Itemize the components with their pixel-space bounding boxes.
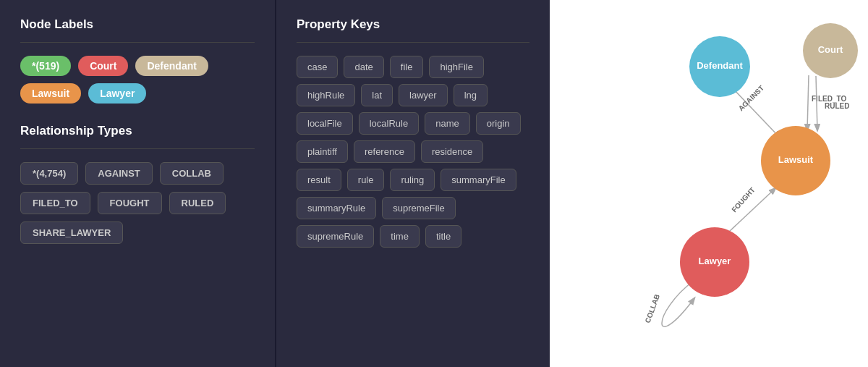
prop-key-supremeRule[interactable]: supremeRule <box>297 225 374 248</box>
relationship-types-section: Relationship Types *(4,754) AGAINST COLL… <box>20 124 255 244</box>
rel-badge-star[interactable]: *(4,754) <box>20 162 78 185</box>
rel-badges-row2: FILED_TO FOUGHT RULED <box>20 192 255 214</box>
node-labels-row2: Lawsuit Lawyer <box>20 83 255 104</box>
prop-key-reference[interactable]: reference <box>354 140 415 163</box>
node-labels-row: *(519) Court Defendant <box>20 56 255 76</box>
node-labels-title: Node Labels <box>20 17 255 32</box>
rel-badge-share-lawyer[interactable]: SHARE_LAWYER <box>20 222 123 244</box>
prop-key-time[interactable]: time <box>380 225 420 248</box>
rel-badge-collab[interactable]: COLLAB <box>160 162 224 185</box>
relationship-types-title: Relationship Types <box>20 124 255 138</box>
prop-key-file[interactable]: file <box>390 56 424 78</box>
badge-star[interactable]: *(519) <box>20 56 71 76</box>
badge-lawsuit[interactable]: Lawsuit <box>20 83 81 104</box>
prop-key-name[interactable]: name <box>425 112 470 135</box>
node-defendant[interactable] <box>689 36 750 97</box>
middle-panel: Property Keys casedatefilehighFilehighRu… <box>275 0 550 367</box>
rel-badge-ruled[interactable]: RULED <box>169 192 226 214</box>
node-labels-section: Node Labels *(519) Court Defendant Lawsu… <box>20 17 255 104</box>
prop-key-highFile[interactable]: highFile <box>429 56 484 78</box>
prop-key-origin[interactable]: origin <box>476 112 521 135</box>
prop-key-plaintiff[interactable]: plaintiff <box>297 140 348 163</box>
rel-badge-filed-to[interactable]: FILED_TO <box>20 192 90 214</box>
prop-key-result[interactable]: result <box>297 169 341 191</box>
prop-key-rule[interactable]: rule <box>347 169 385 191</box>
property-keys-title: Property Keys <box>297 17 529 32</box>
prop-key-date[interactable]: date <box>344 56 383 78</box>
badge-lawyer[interactable]: Lawyer <box>88 83 146 104</box>
node-lawsuit[interactable] <box>761 126 830 195</box>
prop-key-lng[interactable]: lng <box>454 84 488 106</box>
rel-badges-row3: SHARE_LAWYER <box>20 222 255 244</box>
left-panel: Node Labels *(519) Court Defendant Lawsu… <box>0 0 275 367</box>
edge-lawyer-collab <box>662 280 694 326</box>
prop-key-summaryFile[interactable]: summaryFile <box>441 169 516 191</box>
node-court[interactable] <box>803 23 858 78</box>
edge-court-lawsuit-filed <box>807 75 809 130</box>
edge-label-collab: COLLAB <box>644 293 662 324</box>
prop-key-lat[interactable]: lat <box>361 84 393 106</box>
prop-key-residence[interactable]: residence <box>421 140 483 163</box>
prop-key-highRule[interactable]: highRule <box>297 84 355 106</box>
prop-key-supremeFile[interactable]: supremeFile <box>382 197 456 219</box>
prop-key-localFile[interactable]: localFile <box>297 112 353 135</box>
graph-svg: AGAINST FILED_TO RULED FOUGHT COLLAB Def… <box>550 0 868 367</box>
rel-badge-against[interactable]: AGAINST <box>85 162 153 185</box>
prop-key-summaryRule[interactable]: summaryRule <box>297 197 376 219</box>
prop-key-ruling[interactable]: ruling <box>390 169 435 191</box>
graph-panel: AGAINST FILED_TO RULED FOUGHT COLLAB Def… <box>550 0 868 367</box>
badge-court[interactable]: Court <box>78 56 128 76</box>
edge-court-lawsuit-ruled <box>816 76 817 130</box>
node-lawyer[interactable] <box>680 227 749 297</box>
prop-key-localRule[interactable]: localRule <box>359 112 419 135</box>
prop-key-lawyer[interactable]: lawyer <box>399 84 448 106</box>
prop-key-case[interactable]: case <box>297 56 338 78</box>
property-keys-grid: casedatefilehighFilehighRulelatlawyerlng… <box>297 56 529 248</box>
rel-badges-row1: *(4,754) AGAINST COLLAB <box>20 162 255 185</box>
edge-label-ruled: RULED <box>825 102 849 110</box>
rel-badge-fought[interactable]: FOUGHT <box>98 192 162 214</box>
prop-key-title[interactable]: title <box>425 225 461 248</box>
badge-defendant[interactable]: Defendant <box>135 56 208 76</box>
